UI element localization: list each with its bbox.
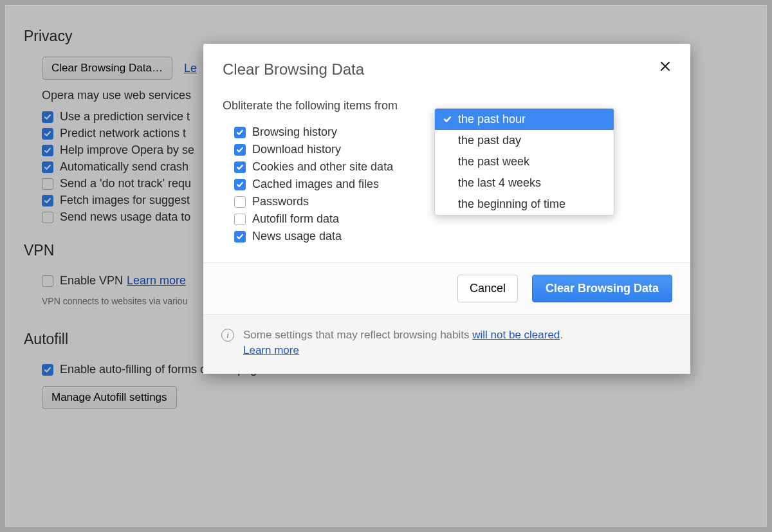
dialog-item-4-label: Passwords xyxy=(252,195,309,208)
enable-vpn-label: Enable VPN xyxy=(60,274,123,288)
checkbox-box xyxy=(234,144,246,156)
cancel-button[interactable]: Cancel xyxy=(457,275,518,302)
checkbox-box xyxy=(42,161,53,173)
time-range-option-label: the past week xyxy=(458,155,529,169)
privacy-services-text: Opera may use web services xyxy=(42,89,191,102)
clear-browsing-data-button[interactable]: Clear Browsing Data… xyxy=(42,57,172,80)
clear-browsing-data-confirm-button[interactable]: Clear Browsing Data xyxy=(532,275,672,302)
dialog-item-0-label: Browsing history xyxy=(252,125,337,139)
time-range-dropdown[interactable]: the past hourthe past daythe past weekth… xyxy=(434,108,614,216)
dialog-item-3-label: Cached images and files xyxy=(252,178,379,191)
time-range-option[interactable]: the last 4 weeks xyxy=(435,172,614,194)
note-text: Some settings that may reflect browsing … xyxy=(243,327,563,358)
checkbox-box xyxy=(234,127,246,138)
checkbox-box xyxy=(234,179,246,190)
vpn-learn-more-link[interactable]: Learn more xyxy=(127,274,186,288)
dialog-item-6-checkbox[interactable]: News usage data xyxy=(234,230,671,243)
note-learn-more-link[interactable]: Learn more xyxy=(243,344,299,356)
checkbox-box xyxy=(234,231,246,243)
checkbox-box xyxy=(234,214,246,225)
checkbox-box xyxy=(42,195,53,206)
enable-vpn-checkbox[interactable]: Enable VPN xyxy=(42,274,123,288)
privacy-option-5-label: Fetch images for suggest xyxy=(60,194,190,207)
time-range-option[interactable]: the past week xyxy=(435,151,614,172)
dialog-item-5-label: Autofill form data xyxy=(252,212,339,226)
checkbox-box xyxy=(42,364,53,376)
privacy-learn-more-link[interactable]: Le xyxy=(184,62,197,75)
privacy-option-1-label: Predict network actions t xyxy=(60,127,186,140)
privacy-option-0-label: Use a prediction service t xyxy=(60,110,190,124)
dialog-title: Clear Browsing Data xyxy=(223,60,364,78)
section-title-privacy: Privacy xyxy=(24,28,748,45)
time-range-option-label: the beginning of time xyxy=(458,197,565,211)
time-range-option-label: the last 4 weeks xyxy=(458,176,541,190)
note-will-not-be-cleared-link[interactable]: will not be cleared xyxy=(472,329,560,341)
privacy-option-4-label: Send a 'do not track' requ xyxy=(60,177,191,190)
privacy-option-2-label: Help improve Opera by se xyxy=(60,143,194,157)
close-icon[interactable] xyxy=(659,58,671,75)
checkbox-box xyxy=(42,212,53,223)
checkbox-box xyxy=(42,275,53,287)
checkbox-box xyxy=(42,178,53,190)
time-range-option-label: the past day xyxy=(458,134,521,147)
checkbox-box xyxy=(234,196,246,208)
time-range-option[interactable]: the past day xyxy=(435,130,614,151)
time-range-option-label: the past hour xyxy=(458,113,526,126)
checkbox-box xyxy=(42,111,53,123)
time-range-option[interactable]: the beginning of time xyxy=(435,194,614,215)
checkbox-box xyxy=(42,128,53,140)
checkbox-box xyxy=(234,161,246,173)
privacy-option-6-label: Send news usage data to xyxy=(60,210,190,224)
time-range-option[interactable]: the past hour xyxy=(435,109,614,130)
dialog-item-2-label: Cookies and other site data xyxy=(252,160,393,174)
check-icon xyxy=(441,115,453,124)
manage-autofill-button[interactable]: Manage Autofill settings xyxy=(42,386,177,409)
dialog-item-6-label: News usage data xyxy=(252,230,342,243)
checkbox-box xyxy=(42,145,53,156)
obliterate-text: Obliterate the following items from xyxy=(223,99,398,112)
dialog-item-1-label: Download history xyxy=(252,143,341,156)
privacy-option-3-label: Automatically send crash xyxy=(60,160,188,174)
info-icon: i xyxy=(221,329,234,342)
